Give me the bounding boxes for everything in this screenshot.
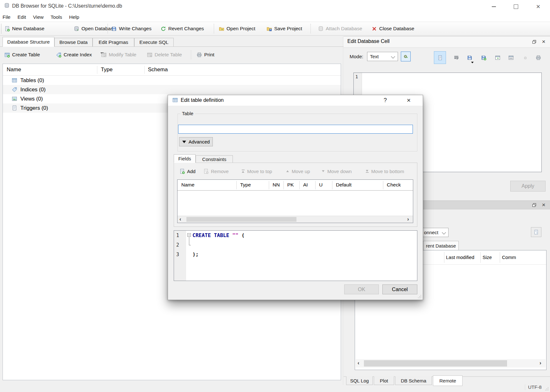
move-down-button[interactable]: Move down — [322, 167, 352, 175]
column-ai[interactable]: AI — [303, 182, 308, 188]
fold-marker-icon[interactable] — [187, 233, 191, 237]
ok-button[interactable]: OK — [344, 284, 379, 294]
column-name[interactable]: Name — [181, 182, 194, 188]
fields-horizontal-scrollbar[interactable]: ‹ › — [178, 216, 413, 223]
menu-edit[interactable]: Edit — [14, 14, 30, 20]
tab-sql-log[interactable]: SQL Log — [346, 376, 373, 385]
create-index-button[interactable]: Create Index — [56, 48, 92, 62]
column-pk[interactable]: PK — [287, 182, 294, 188]
print-cell-button[interactable] — [532, 51, 544, 64]
write-changes-icon — [111, 26, 117, 32]
tree-row-tables[interactable]: Tables (0) — [3, 76, 341, 85]
dialog-title: Edit table definition — [181, 97, 224, 103]
tab-browse-data[interactable]: Browse Data — [54, 38, 93, 47]
write-changes-button[interactable]: Write Changes — [111, 22, 151, 35]
column-nn[interactable]: NN — [273, 182, 280, 188]
dock-float-button[interactable] — [530, 38, 538, 45]
column-default[interactable]: Default — [336, 182, 352, 188]
dock-float-button[interactable] — [530, 201, 538, 208]
menu-help[interactable]: Help — [66, 14, 83, 20]
export-data-button[interactable] — [477, 51, 490, 64]
save-as-icon — [481, 55, 486, 60]
column-type[interactable]: Type — [240, 182, 251, 188]
tab-edit-pragmas[interactable]: Edit Pragmas — [93, 38, 134, 47]
tree-column-name[interactable]: Name — [7, 66, 21, 73]
attach-database-button[interactable]: Attach Database — [318, 22, 362, 35]
sql-preview[interactable]: 1CREATE TABLE "" ( 2 3); — [174, 230, 417, 281]
close-button[interactable]: × — [532, 3, 545, 11]
table-name-input[interactable] — [178, 125, 413, 134]
move-down-icon — [322, 169, 325, 173]
column-commit[interactable]: Comm — [502, 255, 516, 260]
print-button[interactable]: Print — [197, 48, 214, 62]
link-button[interactable] — [505, 51, 517, 64]
open-database-icon — [74, 26, 79, 32]
tree-column-schema[interactable]: Schema — [148, 66, 168, 73]
dialog-close-button[interactable]: × — [403, 95, 415, 105]
dock-close-button[interactable]: × — [540, 201, 548, 208]
remove-field-button[interactable]: Remove — [203, 167, 229, 175]
open-database-button[interactable]: Open Database — [74, 22, 116, 35]
close-database-button[interactable]: Close Database — [372, 22, 414, 35]
tab-remote[interactable]: Remote — [433, 375, 463, 386]
tab-db-schema[interactable]: DB Schema — [395, 376, 432, 385]
tree-row-indices[interactable]: Indices (0) — [3, 85, 341, 94]
tab-execute-sql[interactable]: Execute SQL — [134, 38, 174, 47]
dock-close-button[interactable]: × — [540, 38, 548, 45]
new-database-button[interactable]: New Database — [4, 22, 45, 35]
scrollbar-thumb[interactable] — [364, 360, 507, 367]
maximize-button[interactable] — [510, 3, 522, 11]
null-value-button[interactable] — [519, 51, 531, 64]
open-external-button[interactable] — [491, 51, 504, 64]
move-to-bottom-button[interactable]: Move to bottom — [366, 167, 404, 175]
tab-current-database[interactable]: rent Database — [423, 241, 459, 250]
clone-database-button[interactable] — [531, 227, 541, 237]
create-table-button[interactable]: Create Table — [4, 48, 40, 62]
advanced-button[interactable]: Advanced — [179, 137, 213, 146]
window-resize-grip[interactable] — [545, 387, 546, 388]
apply-button[interactable]: Apply — [510, 181, 546, 192]
mode-select[interactable]: Text — [367, 52, 398, 61]
horizontal-scrollbar[interactable]: ‹ › — [356, 359, 546, 368]
delete-table-button[interactable]: Delete Table — [147, 48, 182, 62]
chevron-down-icon — [391, 54, 395, 59]
column-size[interactable]: Size — [483, 255, 492, 260]
minimize-button[interactable] — [487, 3, 500, 11]
dialog-resize-grip[interactable] — [418, 295, 419, 296]
revert-changes-button[interactable]: Revert Changes — [161, 22, 204, 35]
scroll-right-arrow[interactable]: › — [540, 360, 541, 366]
dialog-help-button[interactable]: ? — [379, 95, 391, 105]
save-project-button[interactable]: Save Project — [267, 22, 302, 35]
menu-tools[interactable]: Tools — [47, 14, 66, 20]
menu-view[interactable]: View — [30, 14, 47, 20]
add-field-button[interactable]: Add — [179, 167, 196, 175]
scroll-right-arrow[interactable]: › — [407, 216, 409, 222]
scrollbar-thumb[interactable] — [186, 217, 296, 222]
tab-constraints[interactable]: Constraints — [196, 155, 233, 163]
word-wrap-button[interactable] — [450, 51, 462, 64]
tab-fields[interactable]: Fields — [174, 154, 196, 163]
modify-table-button[interactable]: Modify Table — [101, 48, 136, 62]
move-to-top-button[interactable]: Move to top — [241, 167, 272, 175]
column-u[interactable]: U — [319, 182, 323, 188]
menu-file[interactable]: File — [0, 14, 14, 20]
column-check[interactable]: Check — [387, 182, 401, 188]
scroll-left-arrow[interactable]: ‹ — [179, 216, 181, 222]
dialog-icon — [172, 97, 178, 103]
open-project-button[interactable]: Open Project — [219, 22, 255, 35]
encoding-indicator[interactable]: UTF-8 — [528, 384, 542, 390]
import-data-button[interactable] — [463, 51, 476, 64]
scroll-left-arrow[interactable]: ‹ — [358, 360, 359, 366]
move-up-button[interactable]: Move up — [286, 167, 310, 175]
tree-column-type[interactable]: Type — [101, 66, 113, 73]
tab-plot[interactable]: Plot — [374, 376, 394, 385]
cell-settings-button[interactable] — [401, 52, 411, 61]
add-icon — [179, 169, 185, 174]
dialog-titlebar[interactable]: Edit table definition ? × — [168, 95, 423, 106]
import-dropdown-caret[interactable] — [471, 62, 474, 63]
fold-line — [189, 237, 189, 245]
text-mode-button[interactable] — [434, 51, 446, 64]
column-last-modified[interactable]: Last modified — [446, 255, 474, 260]
cancel-button[interactable]: Cancel — [382, 284, 417, 294]
tab-database-structure[interactable]: Database Structure — [3, 37, 54, 47]
